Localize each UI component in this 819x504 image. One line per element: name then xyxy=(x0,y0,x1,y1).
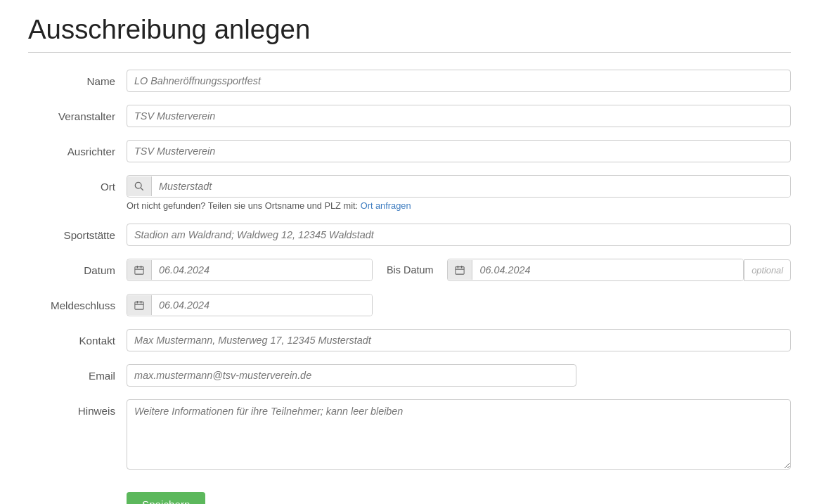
email-input[interactable] xyxy=(127,364,576,387)
ausrichter-row: Ausrichter xyxy=(28,140,791,162)
sportstaette-input[interactable] xyxy=(127,224,791,246)
ort-label: Ort xyxy=(28,175,127,193)
meldeschluss-row: Meldeschluss xyxy=(28,294,791,316)
page-title: Ausschreibung anlegen xyxy=(28,14,791,45)
datum-label: Datum xyxy=(28,259,127,276)
bis-calendar-icon xyxy=(455,265,465,275)
ort-row: Ort Ort nicht gefunden? Teilen sie uns O… xyxy=(28,175,791,211)
ausrichter-label: Ausrichter xyxy=(28,140,127,157)
hinweis-row: Hinweis xyxy=(28,399,791,472)
hinweis-label: Hinweis xyxy=(28,399,127,417)
sportstaette-label: Sportstätte xyxy=(28,224,127,241)
kontakt-label: Kontakt xyxy=(28,329,127,347)
ort-search-button[interactable] xyxy=(127,176,152,196)
ausrichter-input[interactable] xyxy=(127,140,791,162)
email-label: Email xyxy=(28,364,127,382)
save-row: Speichern xyxy=(28,485,791,504)
datum-calendar-button[interactable] xyxy=(127,260,152,280)
svg-rect-6 xyxy=(456,267,464,275)
kontakt-control xyxy=(127,329,791,351)
meldeschluss-input[interactable] xyxy=(152,295,372,316)
hinweis-control xyxy=(127,399,791,472)
optional-badge: optional xyxy=(744,259,791,281)
ort-hint: Ort nicht gefunden? Teilen sie uns Ortsn… xyxy=(127,200,791,211)
calendar-icon xyxy=(134,265,144,275)
email-control xyxy=(127,364,791,387)
hinweis-textarea[interactable] xyxy=(127,399,791,470)
svg-rect-2 xyxy=(135,267,143,275)
bis-datum-input[interactable] xyxy=(472,259,743,280)
meldeschluss-control xyxy=(127,294,791,316)
kontakt-row: Kontakt xyxy=(28,329,791,351)
name-control xyxy=(127,70,791,92)
datum-input[interactable] xyxy=(152,259,372,280)
name-input[interactable] xyxy=(127,70,791,92)
save-button[interactable]: Speichern xyxy=(127,492,205,504)
veranstalter-control xyxy=(127,105,791,127)
datum-field xyxy=(127,259,373,281)
svg-point-0 xyxy=(135,182,141,188)
bis-datum-wrap: optional xyxy=(447,259,791,281)
meldeschluss-field xyxy=(127,294,373,316)
sportstaette-row: Sportstätte xyxy=(28,224,791,246)
bis-datum-label: Bis Datum xyxy=(387,264,433,276)
meldeschluss-calendar-icon xyxy=(134,300,144,310)
email-row: Email xyxy=(28,364,791,387)
veranstalter-input[interactable] xyxy=(127,105,791,127)
meldeschluss-label: Meldeschluss xyxy=(28,294,127,311)
datum-row: Datum Bis Datum xyxy=(28,259,791,281)
ausrichter-control xyxy=(127,140,791,162)
svg-line-1 xyxy=(141,188,143,190)
meldeschluss-calendar-button[interactable] xyxy=(127,295,152,315)
sportstaette-control xyxy=(127,224,791,246)
name-label: Name xyxy=(28,70,127,87)
ort-input[interactable] xyxy=(152,176,790,197)
name-row: Name xyxy=(28,70,791,92)
search-icon xyxy=(134,181,144,191)
bis-datum-calendar-button[interactable] xyxy=(448,260,472,280)
divider xyxy=(28,52,791,53)
svg-rect-10 xyxy=(135,302,143,310)
ort-input-row xyxy=(127,175,791,198)
veranstalter-row: Veranstalter xyxy=(28,105,791,127)
datum-group: Bis Datum optional xyxy=(127,259,791,281)
ort-control: Ort nicht gefunden? Teilen sie uns Ortsn… xyxy=(127,175,791,211)
ort-anfragen-link[interactable]: Ort anfragen xyxy=(361,200,411,211)
veranstalter-label: Veranstalter xyxy=(28,105,127,122)
kontakt-input[interactable] xyxy=(127,329,791,351)
bis-datum-field xyxy=(447,259,744,281)
